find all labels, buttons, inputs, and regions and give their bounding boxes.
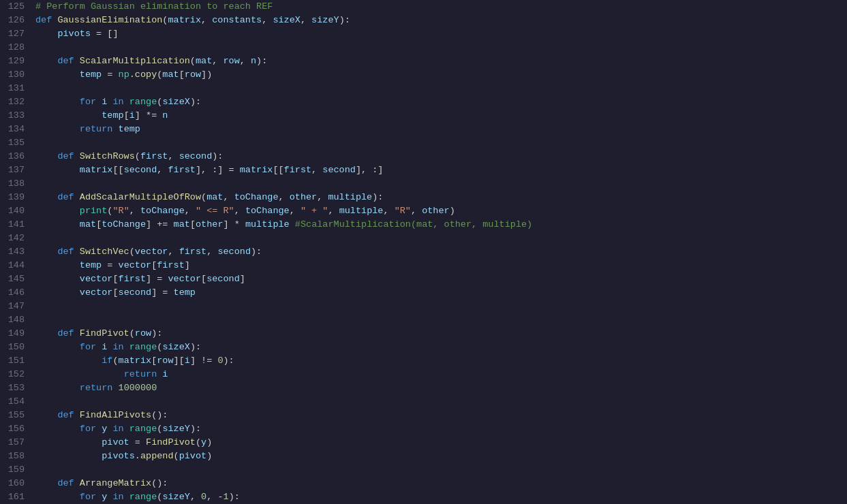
- code-line-143: def SwitchVec(vector, first, second):: [35, 245, 847, 259]
- line-num: 141: [5, 218, 25, 232]
- code-line-137: matrix[[second, first], :] = matrix[[fir…: [35, 163, 847, 177]
- code-line-140: print("R", toChange, " <= R", toChange, …: [35, 204, 847, 218]
- line-num: 133: [5, 109, 25, 123]
- code-line-138: [35, 177, 847, 191]
- line-num: 148: [5, 313, 25, 327]
- code-line-132: for i in range(sizeX):: [35, 95, 847, 109]
- code-line-139: def AddScalarMultipleOfRow(mat, toChange…: [35, 191, 847, 204]
- line-num: 128: [5, 41, 25, 54]
- line-num: 160: [5, 477, 25, 490]
- code-lines: # Perform Gaussian elimination to reach …: [33, 0, 847, 504]
- code-line-131: [35, 82, 847, 95]
- line-num: 153: [5, 381, 25, 395]
- line-num: 131: [5, 82, 25, 95]
- code-line-150: for i in range(sizeX):: [35, 341, 847, 354]
- code-line-149: def FindPivot(row):: [35, 327, 847, 341]
- line-num: 150: [5, 341, 25, 354]
- line-num: 157: [5, 436, 25, 450]
- code-line-156: for y in range(sizeY):: [35, 422, 847, 436]
- code-editor: 125 126 127 128 129 130 131 132 133 134 …: [0, 0, 847, 504]
- line-num: 125: [5, 0, 25, 14]
- line-num: 138: [5, 177, 25, 191]
- code-line-127: pivots = []: [35, 27, 847, 41]
- code-line-151: if(matrix[row][i] != 0):: [35, 354, 847, 368]
- code-line-157: pivot = FindPivot(y): [35, 436, 847, 450]
- line-num: 144: [5, 259, 25, 272]
- line-num: 137: [5, 163, 25, 177]
- line-num: 149: [5, 327, 25, 341]
- line-num: 161: [5, 490, 25, 504]
- code-line-126: def GaussianElimination(matrix, constant…: [35, 14, 847, 27]
- code-line-146: vector[second] = temp: [35, 286, 847, 300]
- line-num: 146: [5, 286, 25, 300]
- code-line-141: mat[toChange] += mat[other] * multiple #…: [35, 218, 847, 232]
- code-line-144: temp = vector[first]: [35, 259, 847, 272]
- code-line-161: for y in range(sizeY, 0, -1):: [35, 490, 847, 504]
- code-line-154: [35, 395, 847, 409]
- line-num: 142: [5, 232, 25, 245]
- line-num: 156: [5, 422, 25, 436]
- line-num: 158: [5, 450, 25, 463]
- code-line-158: pivots.append(pivot): [35, 450, 847, 463]
- code-line-155: def FindAllPivots():: [35, 409, 847, 422]
- code-line-134: return temp: [35, 123, 847, 136]
- line-num: 159: [5, 463, 25, 477]
- line-num: 155: [5, 409, 25, 422]
- code-line-135: [35, 136, 847, 150]
- line-num: 140: [5, 204, 25, 218]
- line-num: 136: [5, 150, 25, 163]
- line-num: 152: [5, 368, 25, 381]
- line-num: 135: [5, 136, 25, 150]
- code-line-129: def ScalarMultiplication(mat, row, n):: [35, 54, 847, 68]
- line-num: 132: [5, 95, 25, 109]
- code-line-160: def ArrangeMatrix():: [35, 477, 847, 490]
- code-line-130: temp = np.copy(mat[row]): [35, 68, 847, 82]
- code-line-142: [35, 232, 847, 245]
- code-line-145: vector[first] = vector[second]: [35, 272, 847, 286]
- code-line-133: temp[i] *= n: [35, 109, 847, 123]
- line-num: 147: [5, 300, 25, 313]
- code-line-136: def SwitchRows(first, second):: [35, 150, 847, 163]
- code-line-148: [35, 313, 847, 327]
- line-num: 130: [5, 68, 25, 82]
- code-line-153: return 1000000: [35, 381, 847, 395]
- line-num: 151: [5, 354, 25, 368]
- line-num: 145: [5, 272, 25, 286]
- code-line-128: [35, 41, 847, 54]
- line-num: 139: [5, 191, 25, 204]
- code-line-159: [35, 463, 847, 477]
- line-num: 134: [5, 123, 25, 136]
- line-num: 154: [5, 395, 25, 409]
- code-line-152: return i: [35, 368, 847, 381]
- line-num: 143: [5, 245, 25, 259]
- line-num: 126: [5, 14, 25, 27]
- line-num: 129: [5, 54, 25, 68]
- code-line-147: [35, 300, 847, 313]
- line-numbers: 125 126 127 128 129 130 131 132 133 134 …: [0, 0, 33, 504]
- line-num: 127: [5, 27, 25, 41]
- code-line-125: # Perform Gaussian elimination to reach …: [35, 0, 847, 14]
